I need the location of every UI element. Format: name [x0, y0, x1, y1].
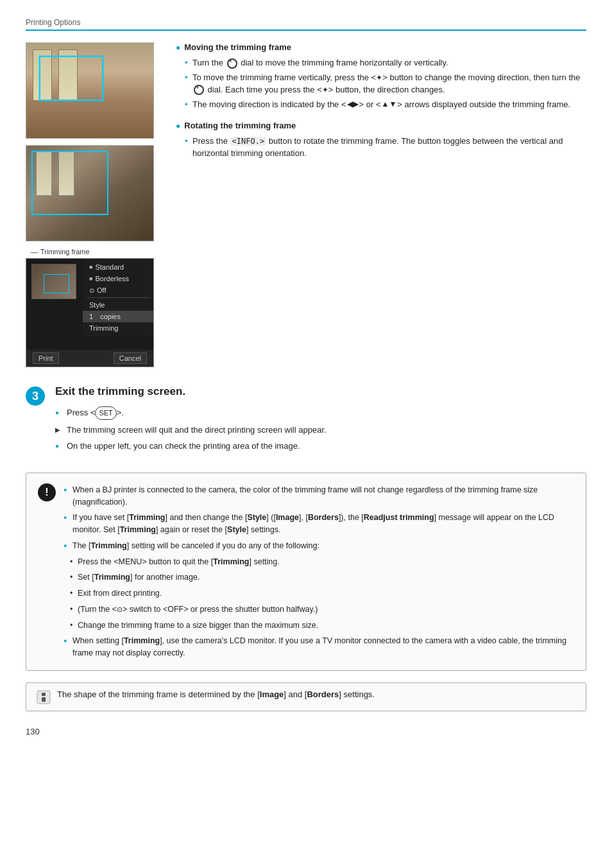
moving-bullet-list: Turn the dial to move the trimming frame…	[176, 56, 586, 112]
bold-style: Style	[247, 513, 266, 522]
trim-frame-overlay-2	[31, 151, 108, 215]
info-tag: <INFO.>	[230, 137, 267, 146]
note-box: ! When a BJ printer is connected to the …	[26, 473, 586, 671]
step3-bullet-list: Press <SET>. The trimming screen will qu…	[55, 404, 586, 455]
main-section: Trimming frame ■ Standard ■	[26, 42, 586, 367]
lcd-cancel-btn[interactable]: Cancel	[114, 352, 147, 364]
ud-arrow-icon: ▲▼	[382, 99, 397, 110]
page-container: Printing Options	[0, 0, 612, 756]
moving-bullet-2: To move the trimming frame vertically, p…	[183, 71, 586, 98]
bold-style-2: Style	[227, 525, 246, 534]
caution-icon: !	[38, 483, 56, 501]
info-box-text: The shape of the trimming frame is deter…	[57, 690, 375, 699]
note-item-bj: When a BJ printer is connected to the ca…	[64, 482, 574, 510]
page-header: Printing Options	[26, 18, 586, 31]
svg-rect-1	[42, 693, 46, 696]
bold-trimming-3: Trimming	[91, 541, 127, 550]
lr-arrow-icon: ◀▶	[347, 99, 359, 110]
info-bold-image: Image	[260, 690, 284, 699]
moving-section-title: Moving the trimming frame	[176, 42, 586, 52]
step3-section: 3 Exit the trimming screen. Press <SET>.…	[26, 385, 586, 455]
svg-rect-2	[42, 697, 46, 702]
rotating-section-title: Rotating the trimming frame	[176, 121, 586, 130]
bold-borders: Borders	[308, 513, 339, 522]
room-scene-1	[26, 43, 153, 138]
lcd-menu-trimming: Trimming	[83, 322, 153, 334]
info-bold-borders: Borders	[307, 690, 339, 699]
lcd-style-label: Style	[89, 301, 105, 309]
lcd-menu-borderless: ■ Borderless	[83, 273, 153, 284]
note-item-tv: When setting [Trimming], use the camera'…	[64, 633, 574, 661]
info-box: The shape of the trimming frame is deter…	[26, 682, 586, 711]
lcd-standard-label: Standard	[95, 263, 124, 271]
lcd-copies-label: copies	[100, 313, 121, 320]
lcd-menu-style: Style	[83, 299, 153, 311]
lcd-off-label: Off	[97, 286, 106, 294]
rotating-bullet-list: Press the <INFO.> button to rotate the t…	[176, 134, 586, 161]
note-sub-bigger: Change the trimming frame to a size bigg…	[64, 618, 574, 634]
trimming-frame-label: Trimming frame	[31, 248, 160, 256]
note-item-canceled: The [Trimming] setting will be canceled …	[64, 538, 574, 554]
rotating-bullet-1: Press the <INFO.> button to rotate the t…	[183, 134, 586, 161]
moving-bullet-3: The moving direction is indicated by the…	[183, 98, 586, 112]
step3-content: Exit the trimming screen. Press <SET>. T…	[55, 385, 586, 455]
room-bg-2	[26, 146, 153, 241]
page-number: 130	[26, 727, 586, 736]
bold-trimming-tv: Trimming	[124, 636, 160, 645]
right-column: Moving the trimming frame Turn the dial …	[176, 42, 586, 367]
note-sub-another: Set [Trimming] for another image.	[64, 569, 574, 586]
lcd-copies-value: 1	[89, 313, 93, 320]
lcd-menu-copies: 1 copies	[83, 311, 153, 322]
photo-2	[26, 145, 154, 241]
rotating-section: Rotating the trimming frame Press the <I…	[176, 121, 586, 161]
note-box-inner: ! When a BJ printer is connected to the …	[38, 482, 574, 661]
lcd-trim-frame	[44, 274, 69, 293]
step3-number: 3	[26, 386, 45, 406]
step3-bullet-arrow: The trimming screen will quit and the di…	[55, 422, 586, 438]
step3-title: Exit the trimming screen.	[55, 385, 586, 398]
moving-section: Moving the trimming frame Turn the dial …	[176, 42, 586, 112]
bold-trimming-menu: Trimming	[213, 557, 249, 566]
note-sub-switch: (Turn the <⊙> switch to <OFF> or press t…	[64, 602, 574, 618]
dial-icon-2	[194, 85, 204, 95]
lcd-menu-divider-1	[87, 297, 149, 298]
lcd-bullet-borderless: ■	[89, 275, 92, 282]
step3-bullet-check: On the upper left, you can check the pri…	[55, 438, 586, 455]
header-title: Printing Options	[26, 18, 80, 27]
lcd-borderless-label: Borderless	[95, 275, 129, 282]
moving-bullet-1: Turn the dial to move the trimming frame…	[183, 56, 586, 71]
moving-title-text: Moving the trimming frame	[184, 42, 291, 52]
photo-1	[26, 42, 154, 139]
lcd-screen: ■ Standard ■ Borderless ⊙ Off	[26, 258, 154, 367]
dial-icon-1	[227, 58, 237, 69]
lcd-menu: ■ Standard ■ Borderless ⊙ Off	[83, 259, 153, 336]
note-sub-exit: Exit from direct printing.	[64, 586, 574, 602]
rotating-title-text: Rotating the trimming frame	[184, 121, 296, 130]
lcd-bullet-standard: ■	[89, 264, 92, 270]
lcd-radio-off: ⊙	[89, 287, 94, 294]
set-tag: SET	[95, 406, 116, 420]
lcd-print-btn[interactable]: Print	[33, 352, 59, 364]
trim-frame-overlay-1	[39, 56, 103, 101]
bold-trimming-another: Trimming	[94, 573, 130, 582]
note-item-style: If you have set [Trimming] and then chan…	[64, 510, 574, 538]
lcd-thumbnail	[31, 264, 76, 299]
step3-bullet-press: Press <SET>.	[55, 404, 586, 422]
left-column: Trimming frame ■ Standard ■	[26, 42, 160, 367]
bold-image: Image	[276, 513, 299, 522]
bold-trimming-1: Trimming	[129, 513, 165, 522]
lcd-menu-standard: ■ Standard	[83, 261, 153, 273]
note-list: When a BJ printer is connected to the ca…	[64, 482, 574, 661]
note-sub-menu: Press the <MENU> button to quit the [Tri…	[64, 554, 574, 570]
lcd-menu-off: ⊙ Off	[83, 284, 153, 296]
info-icon	[37, 690, 51, 704]
bold-readjust: Readjust trimming	[364, 513, 434, 522]
screen-area: Trimming frame ■ Standard ■	[26, 248, 160, 367]
lcd-trimming-label: Trimming	[89, 324, 118, 332]
bold-trimming-2: Trimming	[120, 525, 156, 534]
lcd-bottom-bar: Print Cancel	[26, 350, 153, 367]
room-scene-2	[26, 146, 153, 241]
